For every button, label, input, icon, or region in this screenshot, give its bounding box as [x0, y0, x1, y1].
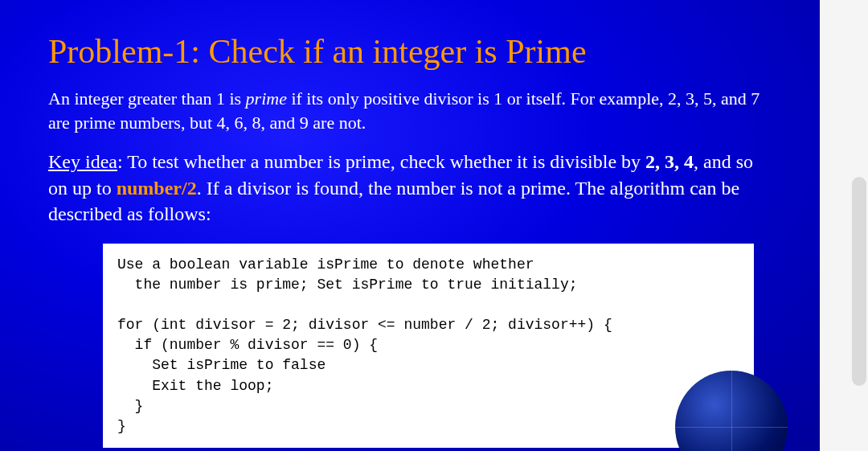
key-idea-paragraph: Key idea: To test whether a number is pr… [48, 149, 772, 227]
description-prime-word: prime [246, 88, 287, 109]
key-idea-bold-numbers: 2, 3, 4 [645, 151, 694, 172]
slide: Problem-1: Check if an integer is Prime … [0, 0, 820, 451]
key-idea-text-1: : To test whether a number is prime, che… [117, 151, 645, 172]
scrollbar-thumb[interactable] [852, 177, 866, 386]
key-idea-highlight: number/2 [117, 178, 197, 199]
code-block: Use a boolean variable isPrime to denote… [103, 244, 754, 449]
key-idea-label: Key idea [48, 151, 117, 172]
description-text-1: An integer greater than 1 is [48, 88, 246, 109]
slide-title: Problem-1: Check if an integer is Prime [48, 32, 772, 71]
slide-description: An integer greater than 1 is prime if it… [48, 87, 772, 134]
